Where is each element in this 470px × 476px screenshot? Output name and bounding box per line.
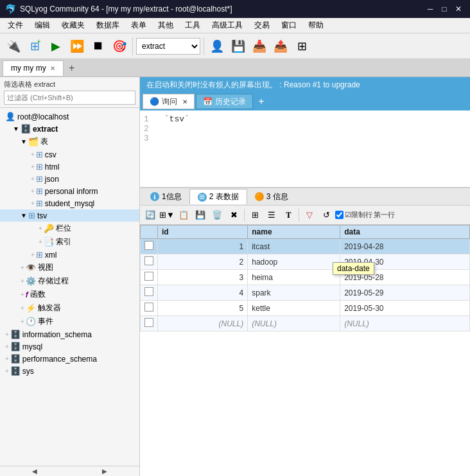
menu-item-工具[interactable]: 工具: [180, 19, 205, 32]
index-icon: 📑: [44, 237, 54, 247]
data-table-wrap: id name data 1itcast2019-04-282hadoop201…: [140, 225, 470, 476]
result-btn-5[interactable]: 🗑️: [209, 207, 225, 223]
line-num-1: 1: [144, 114, 154, 124]
table-row[interactable]: 1itcast2019-04-28: [141, 239, 470, 254]
tree-item-mysql[interactable]: + 🗄️ mysql: [0, 340, 139, 353]
tree-item-perf-schema[interactable]: + 🗄️ performance_schema: [0, 353, 139, 365]
proc-icon: ⚙️: [26, 276, 36, 286]
scroll-right-button[interactable]: ▶: [70, 466, 140, 476]
row-checkbox[interactable]: [144, 272, 153, 281]
new-connection-button[interactable]: 🔌: [4, 37, 23, 56]
tree-item-indexes[interactable]: + 📑 索引: [0, 235, 139, 249]
th-name[interactable]: name: [248, 225, 340, 239]
menu-item-高级工具[interactable]: 高级工具: [207, 19, 248, 32]
cell-name: itcast: [248, 239, 340, 254]
th-data[interactable]: data: [340, 225, 470, 239]
table-row[interactable]: 5kettle2019-05-30: [141, 301, 470, 316]
menu-item-帮助[interactable]: 帮助: [303, 19, 329, 32]
execute-button[interactable]: ▶: [46, 37, 65, 56]
new-query-button[interactable]: ⊞+: [25, 37, 44, 56]
tree-item-csv[interactable]: + ⊞ csv: [0, 148, 139, 161]
row-checkbox[interactable]: [144, 241, 153, 250]
cell-id: 2: [158, 254, 248, 270]
query-editor[interactable]: 1 `tsv` 2 3: [140, 110, 470, 188]
query-line-text-1: `tsv`: [164, 114, 189, 124]
th-id[interactable]: id: [158, 225, 248, 239]
user-manager-button[interactable]: 👤: [207, 37, 227, 56]
database-select[interactable]: extract: [136, 38, 200, 55]
result-btn-2[interactable]: ⊞▼: [159, 207, 175, 223]
result-limit-check[interactable]: ☑限制行: [335, 210, 372, 220]
profile-button[interactable]: 🎯: [110, 37, 129, 56]
minimize-button[interactable]: ─: [424, 3, 437, 15]
query-tab-query[interactable]: 🔵 询问 ✕: [143, 94, 195, 109]
result-btn-refresh2[interactable]: ↺: [318, 207, 334, 223]
row-checkbox[interactable]: [144, 287, 153, 296]
menu-item-收藏夹[interactable]: 收藏夹: [57, 19, 90, 32]
maximize-button[interactable]: □: [438, 3, 451, 15]
result-btn-1[interactable]: 🔄: [143, 207, 158, 223]
tree-item-procs[interactable]: + ⚙️ 存储过程: [0, 274, 139, 288]
tree-item-sys[interactable]: + 🗄️ sys: [0, 365, 139, 377]
tree-item-student-mysql[interactable]: + ⊞ student_mysql: [0, 197, 139, 209]
execute-all-button[interactable]: ⏩: [67, 37, 87, 56]
result-btn-4[interactable]: 💾: [193, 207, 208, 223]
table-row[interactable]: (NULL)(NULL)(NULL): [141, 316, 470, 331]
row-checkbox[interactable]: [144, 318, 153, 327]
menu-item-其他[interactable]: 其他: [153, 19, 178, 32]
stop-button[interactable]: ⏹: [89, 37, 108, 56]
tree-item-tsv[interactable]: ▼ ⊞ tsv: [0, 209, 139, 222]
table-row[interactable]: 4spark2019-05-29: [141, 285, 470, 301]
query-tab-close[interactable]: ✕: [182, 98, 187, 105]
tree-item-root[interactable]: 👤 root@localhost: [0, 110, 139, 123]
filter-input[interactable]: [4, 91, 135, 105]
result-tab-info1[interactable]: ℹ 1信息: [143, 190, 189, 204]
tree-item-json[interactable]: + ⊞ json: [0, 173, 139, 185]
result-btn-text[interactable]: 𝐓: [281, 207, 296, 223]
tree-item-personal-inform[interactable]: + ⊞ personal inform: [0, 185, 139, 197]
result-tab-info3[interactable]: 🟠 3 信息: [247, 190, 296, 204]
tree-item-events[interactable]: + 🕐 事件: [0, 315, 139, 328]
tree-item-funcs[interactable]: + f 函数: [0, 288, 139, 301]
row-checkbox[interactable]: [144, 256, 153, 265]
tree-item-views[interactable]: + 👁️ 视图: [0, 261, 139, 274]
tree-item-xml[interactable]: + ⊞ xml: [0, 249, 139, 261]
menu-item-表单[interactable]: 表单: [126, 19, 152, 32]
menu-item-窗口[interactable]: 窗口: [276, 19, 302, 32]
restore-button[interactable]: 📥: [250, 37, 269, 56]
tab-add-button[interactable]: +: [65, 61, 79, 75]
result-btn-3[interactable]: 📋: [176, 207, 191, 223]
table-row[interactable]: 3heima2019-05-28: [141, 270, 470, 285]
menu-item-文件[interactable]: 文件: [3, 19, 28, 32]
result-btn-list[interactable]: ☰: [264, 207, 279, 223]
result-btn-6[interactable]: ✖: [226, 207, 241, 223]
export-button[interactable]: 📤: [271, 37, 290, 56]
query-tab-add-button[interactable]: +: [254, 94, 268, 109]
tree-item-html[interactable]: + ⊞ html: [0, 161, 139, 173]
result-btn-grid[interactable]: ⊞: [247, 207, 263, 223]
tree-item-extract[interactable]: ▼ 🗄️ extract: [0, 123, 139, 135]
result-tab-tabledata[interactable]: ⊞ 2 表数据: [189, 189, 247, 204]
tree-item-info-schema[interactable]: + 🗄️ information_schema: [0, 328, 139, 340]
menu-item-编辑[interactable]: 编辑: [30, 19, 55, 32]
menu-item-交易[interactable]: 交易: [249, 19, 275, 32]
scroll-left-button[interactable]: ◀: [0, 466, 70, 476]
tree-item-fields[interactable]: + 🔑 栏位: [0, 222, 139, 235]
query-tab-history[interactable]: 📅 历史记录: [196, 94, 253, 109]
tree-item-triggers[interactable]: + ⚡ 触发器: [0, 301, 139, 315]
db-icon-sys: 🗄️: [10, 366, 21, 376]
table-row[interactable]: 2hadoop2019-04-30: [141, 254, 470, 270]
tab-my-my-my[interactable]: my my my ✕: [3, 60, 64, 76]
result-btn-filter[interactable]: ▽: [302, 207, 317, 223]
menu-item-数据库[interactable]: 数据库: [91, 19, 125, 32]
grid-button[interactable]: ⊞: [292, 37, 311, 56]
tree-label-info-schema: information_schema: [22, 330, 92, 339]
close-button[interactable]: ✕: [452, 3, 465, 15]
backup-button[interactable]: 💾: [229, 37, 248, 56]
row-checkbox[interactable]: [144, 303, 153, 312]
cell-name: (NULL): [248, 316, 340, 331]
tree-item-tables-folder[interactable]: ▼ 🗂️ 表: [0, 135, 139, 148]
tab-close-button[interactable]: ✕: [50, 65, 55, 72]
result-sep-2: [299, 209, 299, 222]
limit-checkbox[interactable]: [335, 211, 344, 219]
